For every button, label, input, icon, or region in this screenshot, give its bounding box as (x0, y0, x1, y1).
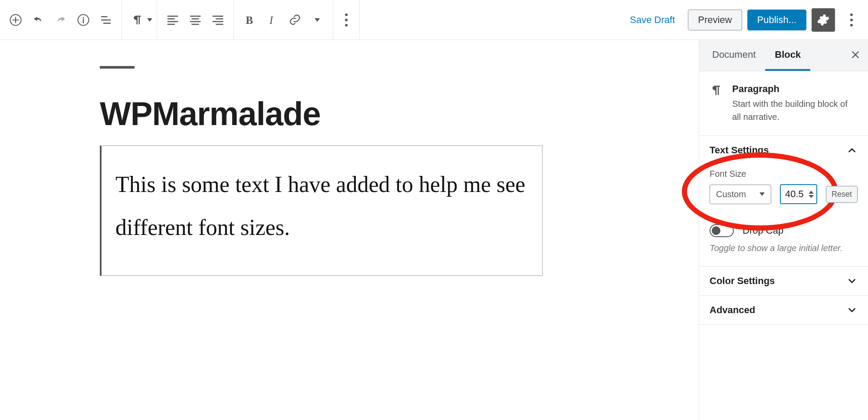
undo-button[interactable] (27, 9, 49, 31)
panel-header-advanced[interactable]: Advanced (699, 296, 868, 324)
redo-icon (54, 13, 67, 26)
svg-rect-3 (83, 19, 84, 23)
svg-point-2 (83, 17, 84, 18)
font-size-value[interactable] (781, 185, 809, 203)
publish-button[interactable]: Publish... (747, 10, 807, 30)
chevron-down-icon (846, 304, 858, 316)
preview-button[interactable]: Preview (688, 10, 742, 30)
toolbar-group-align (157, 0, 234, 40)
panel-header-color-settings[interactable]: Color Settings (699, 267, 868, 295)
select-value: Custom (716, 189, 746, 199)
paragraph-block-selected[interactable]: This is some text I have added to help m… (100, 146, 542, 276)
outline-icon (99, 13, 112, 26)
plus-circle-icon (9, 13, 22, 26)
tab-document[interactable]: Document (703, 40, 765, 71)
title-decor-line (100, 66, 135, 69)
panel-title: Text Settings (710, 145, 769, 156)
font-size-preset-select[interactable]: Custom (710, 185, 771, 204)
panel-advanced: Advanced (699, 296, 868, 325)
content-structure-button[interactable] (72, 9, 95, 31)
link-button[interactable] (283, 9, 306, 31)
toolbar-group-document (0, 0, 122, 40)
align-left-icon (166, 13, 179, 26)
dropcap-hint: Toggle to show a large initial letter. (710, 243, 858, 253)
toolbar-right: Save Draft Preview Publish... (622, 8, 868, 32)
gear-icon (817, 13, 830, 26)
dropcap-label: Drop Cap (743, 225, 783, 236)
step-down-button[interactable] (809, 195, 814, 198)
chevron-up-icon (846, 145, 858, 156)
settings-toggle-button[interactable] (812, 8, 835, 32)
undo-icon (32, 13, 45, 26)
paragraph-icon (131, 13, 144, 26)
dropcap-toggle[interactable] (710, 224, 734, 237)
change-block-type-button[interactable] (126, 9, 149, 31)
font-size-number-input[interactable] (780, 184, 817, 204)
close-sidebar-button[interactable] (846, 50, 865, 61)
block-type-desc: Start with the building block of all nar… (732, 97, 858, 123)
block-more-menu[interactable] (338, 13, 355, 26)
panel-title: Advanced (710, 304, 755, 316)
align-right-button[interactable] (207, 9, 229, 31)
block-type-name: Paragraph (732, 83, 858, 95)
tab-block[interactable]: Block (765, 40, 810, 71)
caret-down-icon (147, 18, 152, 22)
toolbar-group-format: B I (234, 0, 333, 40)
italic-icon: I (266, 13, 279, 26)
editor-toolbar: B I Save Draft Preview Publish... (0, 0, 868, 40)
panel-color-settings: Color Settings (699, 267, 868, 296)
editor-more-menu[interactable] (843, 13, 860, 26)
post-title[interactable]: WPMarmalade (100, 95, 542, 132)
toolbar-left: B I (0, 0, 360, 40)
panel-title: Color Settings (710, 275, 775, 287)
add-block-button[interactable] (4, 9, 27, 31)
align-left-button[interactable] (161, 9, 184, 31)
align-center-button[interactable] (184, 9, 207, 31)
block-card-panel: Paragraph Start with the building block … (699, 71, 868, 136)
align-center-icon (189, 13, 202, 26)
sidebar-tabs: Document Block (699, 40, 868, 71)
bold-button[interactable]: B (238, 9, 261, 31)
svg-text:I: I (269, 14, 274, 26)
font-size-reset-button[interactable]: Reset (826, 186, 858, 203)
info-icon (77, 13, 90, 26)
settings-sidebar: Document Block Paragraph Start with the … (699, 40, 868, 420)
more-richtext-button[interactable] (306, 9, 329, 31)
redo-button[interactable] (49, 9, 72, 31)
align-right-icon (211, 13, 224, 26)
chevron-down-icon (760, 192, 765, 196)
italic-button[interactable]: I (261, 9, 283, 31)
chevron-down-icon (846, 275, 858, 287)
panel-header-text-settings[interactable]: Text Settings (699, 136, 868, 165)
save-draft-link[interactable]: Save Draft (622, 11, 683, 29)
chevron-down-icon (315, 18, 320, 22)
toolbar-group-more (333, 0, 360, 40)
close-icon (851, 50, 860, 60)
font-size-label: Font Size (710, 169, 858, 179)
editor-canvas: WPMarmalade This is some text I have add… (0, 40, 699, 420)
step-up-button[interactable] (809, 191, 814, 194)
bold-icon: B (243, 13, 256, 26)
block-navigation-button[interactable] (95, 9, 117, 31)
panel-text-settings: Text Settings Font Size Custom Reset (699, 136, 868, 267)
paragraph-icon (710, 83, 723, 97)
svg-text:B: B (246, 14, 253, 26)
toolbar-group-blocktype (122, 0, 157, 40)
link-icon (288, 13, 301, 26)
